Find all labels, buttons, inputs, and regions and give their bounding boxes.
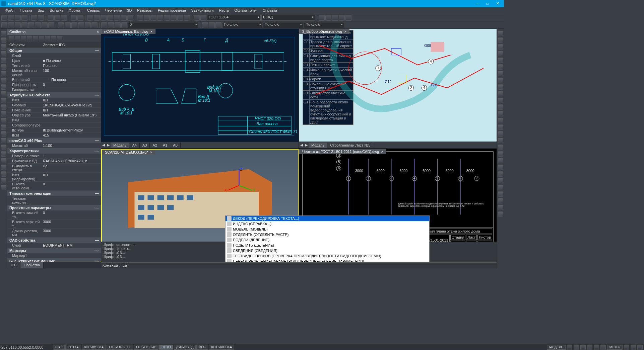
tool-icon[interactable] xyxy=(1,138,6,143)
close-icon[interactable]: × xyxy=(150,29,152,33)
tool-icon[interactable] xyxy=(1,145,6,150)
menu-Справка[interactable]: Справка xyxy=(260,7,280,14)
property-row[interactable]: IfcId415 xyxy=(7,133,101,138)
tb-icon[interactable] xyxy=(194,15,200,21)
tool-icon[interactable] xyxy=(1,31,6,36)
command-autocomplete[interactable]: ДЕКОД (ПЕРЕКОДИРОВКА ТЕКСТА...)ИНДЕКС (С… xyxy=(225,215,430,262)
cut-icon[interactable] xyxy=(48,15,54,21)
viewport-4-tab[interactable]: Чертеж из ГОСТ 21.501-2011 (nanoCAD).dwg… xyxy=(299,149,386,154)
menu-Растр[interactable]: Растр xyxy=(216,7,232,14)
saveall-icon[interactable] xyxy=(21,15,27,21)
tb-icon[interactable] xyxy=(137,15,143,21)
tab-prev-icon[interactable]: ◀ xyxy=(101,143,106,147)
prop-tb-icon[interactable] xyxy=(27,36,32,41)
menu-Редактирование[interactable]: Редактирование xyxy=(155,7,189,14)
open-icon[interactable] xyxy=(8,15,14,21)
tool-icon[interactable] xyxy=(1,84,6,90)
tool-icon[interactable] xyxy=(1,178,6,183)
property-row[interactable]: Прозрачность0 xyxy=(7,82,101,87)
autocomplete-item[interactable]: ТЕСТВИДЕОПРОИЗВ (ПРОВЕРКА ПРОИЗВОДИТЕЛЬН… xyxy=(226,253,429,259)
tool-icon[interactable] xyxy=(498,51,503,56)
lineweight-combo[interactable]: По слою xyxy=(304,22,344,28)
maximize-button[interactable]: ▭ xyxy=(482,0,493,7)
tb-icon[interactable] xyxy=(21,22,27,28)
tool-icon[interactable] xyxy=(498,171,503,177)
tb-icon[interactable] xyxy=(157,15,163,21)
tb-icon[interactable] xyxy=(115,22,121,28)
property-row[interactable]: Высота установки...0 xyxy=(7,182,101,191)
prop-tb-icon[interactable] xyxy=(15,36,20,41)
tb-icon[interactable] xyxy=(85,22,91,28)
tb-icon[interactable] xyxy=(171,15,177,21)
menu-Правка[interactable]: Правка xyxy=(17,7,35,14)
autocomplete-item[interactable]: ПЕРЕОПРЕДЕЛЕНИЕПАРАМЕТРОВ (ПЕРЕОПРЕДЕЛЕН… xyxy=(226,259,429,262)
prop-tb-icon[interactable] xyxy=(51,36,56,41)
new-icon[interactable] xyxy=(1,15,7,21)
tool-icon[interactable] xyxy=(498,205,503,210)
tool-icon[interactable] xyxy=(1,165,6,170)
property-category[interactable]: Общие— xyxy=(7,48,101,53)
property-category[interactable]: БД: Технические данные— xyxy=(7,258,101,262)
prop-tb-icon[interactable] xyxy=(39,36,44,41)
tb-icon[interactable] xyxy=(71,22,77,28)
property-category[interactable]: Атрибуты IFC объекта— xyxy=(7,92,101,98)
layout-tab[interactable]: A2 xyxy=(150,143,160,148)
tb-icon[interactable] xyxy=(209,22,215,28)
color-combo[interactable]: По слою xyxy=(222,22,262,28)
tool-icon[interactable] xyxy=(1,104,6,110)
tb-icon[interactable] xyxy=(319,15,325,21)
tb-icon[interactable] xyxy=(164,15,170,21)
property-row[interactable]: ИмяШ1 xyxy=(7,98,101,103)
tool-icon[interactable] xyxy=(1,78,6,83)
tb-icon[interactable] xyxy=(332,15,338,21)
property-row[interactable]: Имя (Маркировка)Ш1 xyxy=(7,173,101,182)
property-row[interactable]: IfcTypeIfcBuildingElementProxy xyxy=(7,128,101,133)
property-row[interactable]: Гиперссылка xyxy=(7,87,101,92)
tool-icon[interactable] xyxy=(1,124,6,130)
tb-icon[interactable] xyxy=(35,22,41,28)
viewport-3-tab[interactable]: SCAN2BIM_DEMO3.dwg*× xyxy=(102,150,155,155)
property-row[interactable]: Тип линийПо слою xyxy=(7,63,101,68)
menu-3D[interactable]: 3D xyxy=(124,7,134,14)
tb-icon[interactable] xyxy=(121,15,127,21)
object-type-value[interactable]: Элемент IFC xyxy=(43,43,99,47)
tb-icon[interactable] xyxy=(108,22,114,28)
tool-icon[interactable] xyxy=(1,171,6,177)
tb-icon[interactable] xyxy=(65,22,71,28)
property-row[interactable]: Масштаб1:100 xyxy=(7,143,101,148)
property-row[interactable]: Масштаб типа линий100 xyxy=(7,68,101,77)
layout-tab[interactable]: A3 xyxy=(140,143,150,148)
layout-tab[interactable]: A1 xyxy=(160,143,170,148)
menu-Сервис[interactable]: Сервис xyxy=(84,7,103,14)
tool-icon[interactable] xyxy=(498,98,503,103)
tool-icon[interactable] xyxy=(1,51,6,56)
property-row[interactable]: Слой xyxy=(7,53,101,58)
tb-icon[interactable] xyxy=(94,15,100,21)
autocomplete-item[interactable]: ПОДЕЛИ (ДЕЛЕНИЕ) xyxy=(226,237,429,243)
tool-icon[interactable] xyxy=(498,138,503,143)
tb-icon[interactable] xyxy=(15,22,21,28)
viewport-2[interactable]: 3_Выбор объектов.dwg× G06Трасса для выпо… xyxy=(299,29,497,148)
autocomplete-item[interactable]: ОТДЕЛИТЬ (ОТДЕЛИТЬ РАСТР) xyxy=(226,232,429,237)
close-icon[interactable]: × xyxy=(150,150,152,154)
tool-icon[interactable] xyxy=(1,151,6,157)
property-category[interactable]: nanoCAD x64 Plus— xyxy=(7,138,101,143)
tool-icon[interactable] xyxy=(498,37,503,43)
menu-Облака точек[interactable]: Облака точек xyxy=(232,7,260,14)
tool-icon[interactable] xyxy=(498,198,503,203)
print-icon[interactable] xyxy=(31,15,37,21)
tb-icon[interactable] xyxy=(42,22,48,28)
tb-icon[interactable] xyxy=(144,15,150,21)
tool-icon[interactable] xyxy=(498,165,503,170)
menu-Вид[interactable]: Вид xyxy=(35,7,47,14)
property-row[interactable]: ПояснениеШ1 xyxy=(7,108,101,113)
tb-icon[interactable] xyxy=(101,22,107,28)
tool-icon[interactable] xyxy=(1,37,6,43)
tool-icon[interactable] xyxy=(498,131,503,137)
property-category[interactable]: Проектные параметры— xyxy=(7,205,101,210)
close-icon[interactable]: × xyxy=(381,150,383,154)
tb-icon[interactable] xyxy=(87,15,93,21)
prop-tb-icon[interactable] xyxy=(45,36,50,41)
redo-icon[interactable] xyxy=(77,15,83,21)
autocomplete-item[interactable]: МОДЕЛЬ (МОДЕЛЬ) xyxy=(226,227,429,232)
